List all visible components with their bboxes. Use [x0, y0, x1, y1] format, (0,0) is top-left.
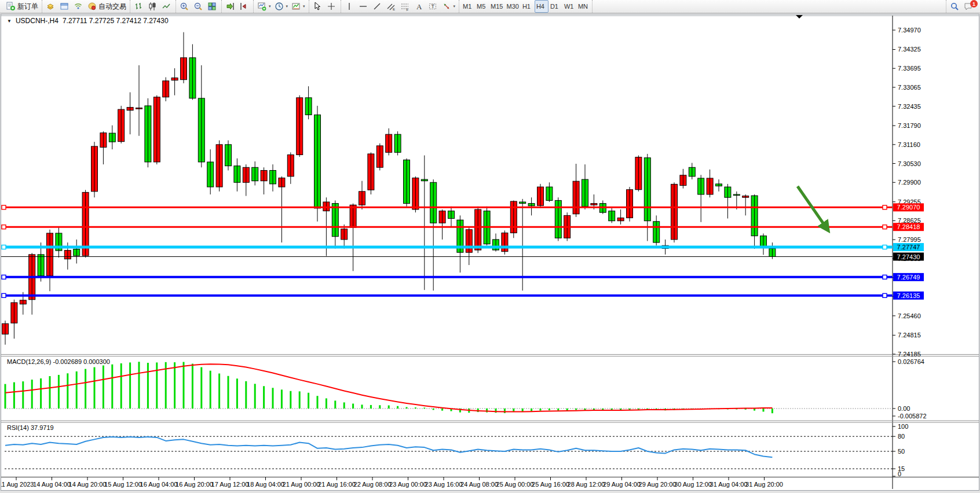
symbol-period-label: USDCNH-,H4 — [16, 17, 58, 25]
hline-icon — [359, 2, 368, 11]
notification-badge: 1 — [970, 0, 978, 8]
price-chart-canvas[interactable]: 7.349707.343257.336957.330657.324357.317… — [1, 14, 979, 490]
line-anchor[interactable] — [2, 245, 6, 249]
price-tick-label: 7.31160 — [898, 141, 920, 148]
rsi-axis-label: 0 — [898, 470, 901, 477]
auto-trading-icon — [87, 2, 97, 11]
tf-d1[interactable]: D1 — [548, 0, 562, 13]
new-chart-icon — [257, 2, 266, 11]
time-tick-label: 30 Aug 12:00 — [674, 481, 712, 488]
chart-shift-marker-icon[interactable] — [796, 15, 803, 19]
time-tick-label: 29 Aug 04:00 — [603, 481, 641, 488]
vertical-line-button[interactable] — [343, 0, 357, 13]
time-tick-label: 17 Aug 12:00 — [211, 481, 249, 488]
horizontal-line-button[interactable] — [357, 0, 371, 13]
periods-button[interactable]: ▾ — [273, 0, 290, 13]
search-icon — [950, 2, 959, 11]
new-order-button[interactable]: 新订单 — [4, 0, 40, 13]
auto-trading-button[interactable]: 自动交易 — [86, 0, 128, 13]
toolbar-group — [130, 0, 175, 13]
label-button[interactable]: T — [426, 0, 440, 13]
chart-shift-button[interactable] — [237, 0, 251, 13]
tf-mn-label: MN — [578, 3, 588, 10]
channel-button[interactable]: E — [385, 0, 398, 13]
toolbar-group: 1 — [946, 0, 978, 13]
time-tick-label: 28 Aug 12:00 — [568, 481, 605, 488]
dropdown-arrow-icon[interactable]: ▾ — [454, 4, 456, 9]
svg-text:E: E — [393, 8, 395, 11]
tf-m5-label: M5 — [477, 3, 485, 10]
zoom-out-button[interactable] — [192, 0, 206, 13]
text-button[interactable]: A — [412, 0, 426, 13]
symbol-dropdown-icon[interactable]: ▼ — [7, 19, 12, 24]
price-tick-label: 7.33695 — [898, 65, 921, 72]
tf-w1[interactable]: W1 — [562, 0, 576, 13]
dropdown-arrow-icon[interactable]: ▾ — [303, 4, 305, 9]
zoom-out-icon — [193, 2, 203, 11]
chart-window[interactable]: 7.349707.343257.336957.330657.324357.317… — [1, 14, 979, 491]
time-tick-label: 24 Aug 08:00 — [460, 481, 498, 488]
chat-button[interactable]: 1 — [962, 0, 976, 13]
rsi-indicator-label: RSI(14) 37.9719 — [7, 424, 54, 431]
auto-scroll-button[interactable] — [224, 0, 237, 13]
data-window-button[interactable] — [58, 0, 72, 13]
cursor-button[interactable] — [311, 0, 325, 13]
data-window-icon — [60, 2, 69, 11]
fibo-icon: F — [400, 2, 409, 11]
fibonacci-button[interactable]: F — [398, 0, 412, 13]
channel-icon: E — [386, 2, 396, 11]
price-tag-label: 7.28418 — [897, 223, 920, 230]
main-toolbar: 新订单自动交易▾▾▾EFAT▾M1M5M15M30H1H4D1W1MN1 — [0, 0, 980, 13]
trendline-button[interactable] — [371, 0, 385, 13]
vline-icon — [345, 2, 354, 11]
line-anchor[interactable] — [2, 275, 6, 279]
line-chart-button[interactable] — [160, 0, 174, 13]
tf-mn[interactable]: MN — [576, 0, 590, 13]
auto-scroll-icon — [225, 2, 235, 11]
line-anchor[interactable] — [2, 293, 6, 297]
line-anchor[interactable] — [883, 275, 887, 279]
time-tick-label: 21 Aug 00:00 — [283, 481, 320, 488]
time-tick-label: 16 Aug 04:00 — [140, 481, 178, 488]
tf-m15[interactable]: M15 — [489, 0, 504, 13]
price-tick-label: 7.30530 — [898, 160, 921, 167]
candles-icon — [148, 2, 157, 11]
dropdown-arrow-icon[interactable]: ▾ — [286, 4, 288, 9]
macd-signal-line — [5, 364, 772, 411]
price-tag-label: 7.27747 — [897, 244, 920, 251]
line-anchor[interactable] — [883, 245, 887, 249]
search-button[interactable] — [948, 0, 962, 13]
candlestick-button[interactable] — [146, 0, 160, 13]
line-anchor[interactable] — [883, 225, 887, 229]
dropdown-arrow-icon[interactable]: ▾ — [269, 4, 271, 9]
market-watch-button[interactable] — [44, 0, 58, 13]
line-anchor[interactable] — [883, 205, 887, 209]
line-anchor[interactable] — [2, 205, 6, 209]
tf-h4[interactable]: H4 — [535, 0, 548, 13]
tf-m5[interactable]: M5 — [475, 0, 489, 13]
line-anchor[interactable] — [2, 225, 6, 229]
price-tick-label: 7.27995 — [898, 236, 921, 243]
new-chart-button[interactable]: ▾ — [255, 0, 273, 13]
templates-button[interactable]: ▾ — [290, 0, 307, 13]
line-anchor[interactable] — [883, 293, 887, 297]
cursor-icon — [313, 2, 322, 11]
text-icon: A — [414, 2, 423, 11]
time-tick-label: 16 Aug 20:00 — [175, 481, 213, 488]
time-tick-label: 31 Aug 20:00 — [745, 481, 783, 488]
price-tick-label: 7.34970 — [898, 27, 921, 34]
tf-m1[interactable]: M1 — [461, 0, 475, 13]
zoom-in-button[interactable] — [178, 0, 192, 13]
tf-m30-label: M30 — [506, 3, 518, 10]
tile-windows-button[interactable] — [206, 0, 220, 13]
time-tick-label: 29 Aug 20:00 — [639, 481, 677, 488]
arrows-button[interactable]: ▾ — [440, 0, 458, 13]
price-tick-label: 7.24185 — [898, 351, 921, 358]
toolbar-group: 自动交易 — [42, 0, 130, 13]
tf-m30[interactable]: M30 — [504, 0, 520, 13]
macd-indicator-label: MACD(12,26,9) -0.002689 0.000300 — [7, 358, 110, 365]
tf-h1[interactable]: H1 — [521, 0, 535, 13]
crosshair-button[interactable] — [325, 0, 339, 13]
bar-chart-button[interactable] — [132, 0, 146, 13]
navigator-button[interactable] — [72, 0, 86, 13]
